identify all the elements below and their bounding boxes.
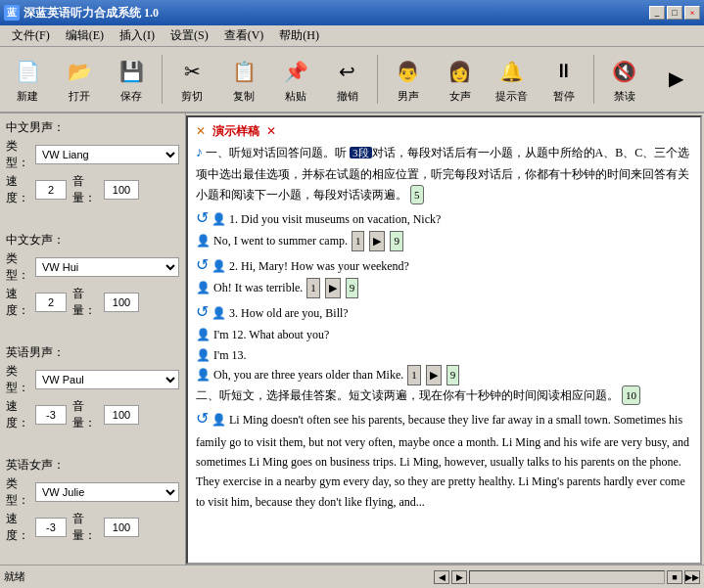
chinese-female-speed-input[interactable]	[35, 293, 67, 312]
english-male-section: 英语男声： 类型： VW Paul 速度： 音量：	[6, 344, 179, 433]
new-button[interactable]: 📄 新建	[4, 50, 52, 109]
chinese-female-section: 中文女声： 类型： VW Hui 速度： 音量：	[6, 232, 179, 321]
app-icon: 蓝	[4, 5, 20, 21]
paste-icon: 📌	[280, 56, 311, 87]
type-label-cm: 类型：	[6, 138, 33, 171]
person-icon-a3b: 👤	[196, 348, 211, 362]
save-button[interactable]: 💾 保存	[108, 50, 156, 109]
play-btn-1[interactable]: 1	[352, 231, 365, 251]
stop-read-button[interactable]: 🔇 禁读	[600, 50, 648, 109]
male-voice-button[interactable]: 👨 男声	[384, 50, 432, 109]
paste-button[interactable]: 📌 粘贴	[272, 50, 320, 109]
answer-2: 👤 Oh! It was terrible. 1 ▶ 9	[196, 278, 692, 298]
badge-9-3: 9	[446, 365, 460, 385]
person-icon-a2: 👤	[196, 281, 211, 294]
hint-icon: 🔔	[496, 56, 528, 87]
question-2: ↺ 👤 2. Hi, Mary! How was your weekend?	[196, 251, 692, 278]
volume-label-cf: 音量：	[72, 286, 102, 319]
main-container: 中文男声： 类型： VW Liang 速度： 音量： 中文女声： 类型： VW	[0, 113, 704, 565]
undo-button[interactable]: ↩ 撤销	[324, 50, 372, 109]
chinese-male-section: 中文男声： 类型： VW Liang 速度： 音量：	[6, 119, 179, 208]
person-icon-1: 👤	[211, 212, 226, 226]
speed-label-ef: 速度：	[6, 511, 33, 544]
status-play-button[interactable]: ▶	[451, 570, 467, 584]
status-progress-bar	[469, 570, 665, 584]
hint-button[interactable]: 🔔 提示音	[488, 50, 536, 109]
play-btn-3[interactable]: 1	[407, 365, 421, 385]
speed-label-cm: 速度：	[6, 173, 33, 206]
stop-read-icon: 🔇	[609, 56, 640, 87]
play-btn-2[interactable]: 1	[306, 278, 320, 298]
status-next-button[interactable]: ▶▶	[684, 570, 700, 584]
maximize-button[interactable]: □	[667, 6, 682, 20]
english-male-speed-input[interactable]	[35, 405, 67, 425]
red-x-right: ✕	[266, 124, 276, 138]
chinese-female-volume-input[interactable]	[104, 293, 139, 312]
person-icon-a1: 👤	[196, 234, 211, 248]
badge-9-2: 9	[346, 278, 359, 298]
number-highlight: 3段	[350, 147, 372, 158]
english-female-section: 英语女声： 类型： VW Julie 速度： 音量：	[6, 457, 179, 546]
forward-btn-1[interactable]: ▶	[369, 231, 385, 251]
menu-insert[interactable]: 插入(I)	[112, 26, 163, 46]
english-male-volume-input[interactable]	[104, 405, 139, 425]
sample-title-line: ✕ 演示样稿 ✕	[196, 121, 692, 141]
menu-help[interactable]: 帮助(H)	[271, 26, 327, 46]
replay-icon-2: ↺	[196, 256, 209, 273]
english-male-label: 英语男声：	[6, 344, 179, 361]
chinese-male-volume-input[interactable]	[104, 180, 139, 200]
menu-file[interactable]: 文件(F)	[4, 26, 58, 46]
menu-view[interactable]: 查看(V)	[216, 26, 272, 46]
chinese-male-type-select[interactable]: VW Liang	[35, 145, 179, 164]
copy-button[interactable]: 📋 复制	[220, 50, 268, 109]
volume-label-ef: 音量：	[72, 511, 102, 544]
passage-start: ↺ 👤 Li Ming doesn't often see his parent…	[196, 405, 692, 512]
left-panel: 中文男声： 类型： VW Liang 速度： 音量： 中文女声： 类型： VW	[0, 113, 186, 565]
english-female-speed-row: 速度： 音量：	[6, 511, 179, 544]
question-1: ↺ 👤 1. Did you visit museums on vacation…	[196, 204, 692, 231]
pause-button[interactable]: ⏸ 暂停	[540, 50, 587, 109]
english-female-volume-input[interactable]	[104, 518, 139, 537]
english-female-type-select[interactable]: VW Julie	[35, 482, 179, 502]
orange-x-left: ✕	[196, 124, 206, 138]
male-voice-icon: 👨	[393, 56, 424, 87]
chinese-male-speed-row: 速度： 音量：	[6, 173, 179, 206]
new-icon: 📄	[12, 56, 43, 87]
open-button[interactable]: 📂 打开	[56, 50, 104, 109]
content-area[interactable]: ✕ 演示样稿 ✕ ♪ 一、听短对话回答问题。听 3段对话，每段对话后有一小题，从…	[186, 115, 702, 565]
section-1-header: ♪ 一、听短对话回答问题。听 3段对话，每段对话后有一小题，从题中所给的A、B、…	[196, 141, 692, 204]
status-controls: ◀ ▶ ■ ▶▶	[434, 570, 700, 584]
speed-label-cf: 速度：	[6, 286, 33, 319]
separator-1	[162, 55, 163, 104]
more-button[interactable]: ▶	[652, 50, 700, 109]
status-prev-button[interactable]: ◀	[434, 570, 449, 584]
forward-btn-3[interactable]: ▶	[426, 365, 442, 385]
english-male-type-select[interactable]: VW Paul	[35, 370, 179, 389]
person-icon-a3a: 👤	[196, 328, 211, 341]
english-male-speed-row: 速度： 音量：	[6, 398, 179, 431]
person-icon-3: 👤	[211, 306, 226, 320]
status-stop-button[interactable]: ■	[667, 570, 682, 584]
cut-button[interactable]: ✂ 剪切	[168, 50, 216, 109]
close-button[interactable]: ×	[684, 6, 700, 20]
forward-btn-2[interactable]: ▶	[325, 278, 341, 298]
menu-edit[interactable]: 编辑(E)	[58, 26, 112, 46]
chinese-male-label: 中文男声：	[6, 119, 179, 136]
english-female-type-row: 类型： VW Julie	[6, 475, 179, 509]
section-1-intro: 一、听短对话回答问题。听 3段对话，每段对话后有一小题，从题中所给的A、B、C、…	[196, 146, 689, 201]
minimize-button[interactable]: _	[649, 6, 665, 20]
chinese-female-type-select[interactable]: VW Hui	[35, 257, 179, 277]
section-2-header: 二、听短文，选择最佳答案。短文读两遍，现在你有十秒钟的时间阅读相应问题。 10	[196, 385, 692, 406]
english-female-speed-input[interactable]	[35, 518, 67, 537]
replay-icon-p: ↺	[196, 410, 209, 427]
music-icon: ♪	[196, 145, 203, 159]
female-voice-button[interactable]: 👩 女声	[436, 50, 484, 109]
person-icon-2: 👤	[211, 259, 226, 273]
person-icon-p: 👤	[211, 413, 226, 427]
menu-settings[interactable]: 设置(S)	[163, 26, 216, 46]
chinese-male-type-row: 类型： VW Liang	[6, 138, 179, 171]
separator-3	[593, 55, 594, 104]
sample-title: 演示样稿	[212, 124, 259, 138]
chinese-male-speed-input[interactable]	[35, 180, 67, 200]
toolbar: 📄 新建 📂 打开 💾 保存 ✂ 剪切 📋 复制 📌 粘贴 ↩ 撤销 👨 男声 …	[0, 47, 704, 113]
